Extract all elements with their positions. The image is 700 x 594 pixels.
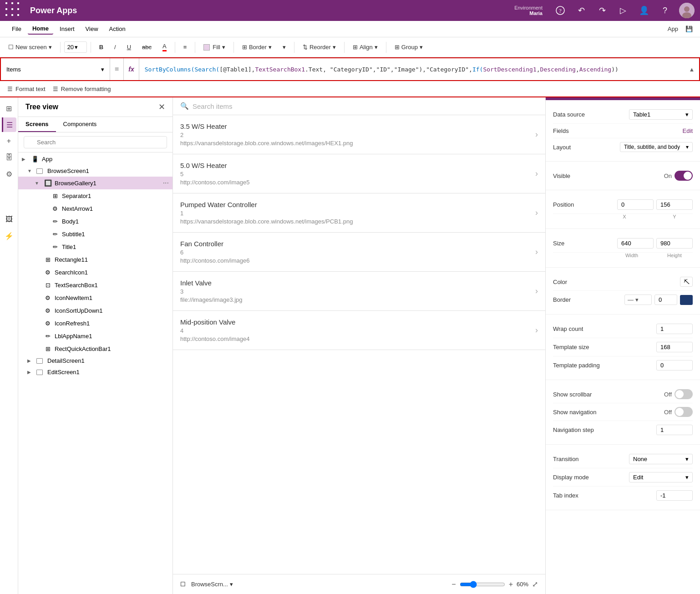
tree-item-browsescreen1[interactable]: ▼ BrowseScreen1 — [18, 165, 172, 177]
visible-toggle[interactable] — [675, 171, 693, 181]
navigation-toggle[interactable] — [675, 407, 693, 417]
template-padding-input[interactable] — [656, 360, 693, 371]
tree-item-rectangle11[interactable]: ⊞ Rectangle11 — [18, 253, 172, 266]
size-height-input[interactable] — [656, 238, 693, 249]
italic-button[interactable]: / — [110, 42, 121, 52]
align-button[interactable]: ≡ — [179, 42, 192, 52]
gallery-item-3[interactable]: Fan Controller 6 http://contoso.com/imag… — [173, 233, 545, 272]
more-options-icon[interactable]: ··· — [163, 179, 169, 187]
strikethrough-button[interactable]: abc — [137, 42, 156, 52]
props-datasource-dropdown[interactable]: Table1 ▾ — [629, 109, 693, 120]
tree-item-rectquickactionbar1[interactable]: ⊞ RectQuickActionBar1 — [18, 342, 172, 355]
props-layout-dropdown[interactable]: Title, subtitle, and body ▾ — [620, 142, 693, 152]
gallery-item-1[interactable]: 5.0 W/S Heater 5 http://contoso.com/imag… — [173, 154, 545, 193]
font-color-button[interactable]: A — [158, 41, 171, 53]
tree-item-iconnewitem1[interactable]: ⚙ IconNewItem1 — [18, 291, 172, 304]
tree-item-textsearchbox1[interactable]: ⊡ TextSearchBox1 — [18, 279, 172, 291]
zoom-out-button[interactable]: − — [451, 580, 456, 589]
bold-button[interactable]: B — [95, 42, 108, 52]
fields-edit-button[interactable]: Edit — [683, 127, 693, 134]
user-icon[interactable]: 👤 — [637, 4, 651, 17]
menu-view[interactable]: View — [81, 24, 103, 34]
formula-text-textsearch: TextSearchBox1 — [255, 66, 305, 73]
tab-components[interactable]: Components — [56, 117, 104, 132]
tree-item-separator1[interactable]: ⊞ Separator1 — [18, 189, 172, 202]
left-icon-var[interactable]: ⚙ — [2, 167, 16, 181]
props-transition-dropdown[interactable]: None ▾ — [629, 454, 693, 464]
left-icon-media[interactable]: 🖼 — [2, 212, 16, 227]
tab-screens[interactable]: Screens — [18, 117, 56, 132]
tab-index-input[interactable] — [656, 490, 693, 501]
format-text-button[interactable]: ☰ Format text — [7, 86, 46, 92]
formula-fx-button[interactable]: fx — [124, 58, 139, 80]
border-style-dropdown[interactable]: —▾ — [624, 294, 652, 305]
new-screen-button[interactable]: ☐ New screen ▾ — [4, 42, 56, 52]
gallery-item-5[interactable]: Mid-position Valve 4 http://contoso.com/… — [173, 311, 545, 350]
menu-home[interactable]: Home — [28, 23, 53, 35]
more-button[interactable]: ▾ — [278, 42, 290, 52]
left-icon-connect[interactable]: ⚡ — [2, 228, 16, 243]
size-width-input[interactable] — [617, 238, 654, 249]
border-width-input[interactable] — [654, 294, 677, 305]
reorder-button[interactable]: ⇅ Reorder ▾ — [298, 42, 340, 52]
play-icon[interactable]: ▷ — [616, 4, 630, 17]
tree-item-searchicon1[interactable]: ⚙ SearchIcon1 — [18, 266, 172, 279]
menu-insert[interactable]: Insert — [55, 24, 79, 34]
wrap-count-input[interactable] — [656, 324, 693, 334]
gallery-item-2[interactable]: Pumped Water Controller 1 https://vanars… — [173, 193, 545, 233]
zoom-in-button[interactable]: + — [509, 580, 513, 589]
position-x-input[interactable] — [617, 199, 654, 210]
tree-label-searchicon1: SearchIcon1 — [55, 269, 88, 276]
left-icon-plus[interactable]: + — [2, 134, 16, 148]
props-displaymode-dropdown[interactable]: Edit ▾ — [629, 472, 693, 482]
menu-file[interactable]: File — [7, 24, 26, 34]
tree-item-app[interactable]: ▶ 📱 App — [18, 152, 172, 165]
avatar[interactable] — [679, 3, 695, 18]
app-grid-icon[interactable] — [5, 2, 22, 19]
gallery-bottom-bar: ☐ BrowseScrn... ▾ − + 60% ⤢ — [173, 574, 545, 594]
template-size-input[interactable] — [656, 342, 693, 352]
tree-item-iconsortupdown1[interactable]: ⚙ IconSortUpDown1 — [18, 304, 172, 317]
zoom-slider[interactable] — [460, 581, 505, 588]
tree-item-nextarrow1[interactable]: ⚙ NextArrow1 — [18, 202, 172, 215]
tree-item-browsegallery1[interactable]: ▼ 🔲 BrowseGallery1 ··· — [18, 177, 172, 189]
formula-collapse-button[interactable]: ▲ — [685, 58, 699, 80]
props-label-color: Color — [553, 279, 680, 285]
expand-button[interactable]: ⤢ — [532, 580, 538, 589]
gallery-item-4[interactable]: Inlet Valve 3 file://images/image3.jpg › — [173, 272, 545, 311]
undo-icon[interactable]: ↶ — [574, 4, 588, 17]
tree-item-iconrefresh1[interactable]: ⚙ IconRefresh1 — [18, 317, 172, 330]
formula-property[interactable]: Items ▾ — [1, 58, 110, 80]
props-row-templatepadding: Template padding — [553, 356, 693, 374]
tree-item-lblappname1[interactable]: ✏ LblAppName1 — [18, 330, 172, 342]
tree-search-input[interactable] — [24, 136, 167, 148]
sort-icon: ⚙ — [44, 306, 52, 315]
underline-button[interactable]: U — [122, 42, 136, 52]
tree-item-subtitle1[interactable]: ✏ Subtitle1 — [18, 228, 172, 240]
help-icon[interactable]: ? — [553, 4, 567, 17]
color-picker-button[interactable]: ⛏ — [680, 277, 693, 287]
formula-expression[interactable]: SortByColumns(Search([@Table1], TextSear… — [139, 58, 685, 80]
tree-item-body1[interactable]: ✏ Body1 — [18, 215, 172, 228]
gallery-item-0[interactable]: 3.5 W/S Heater 2 https://vanarsdelstorag… — [173, 115, 545, 154]
scrollbar-toggle[interactable] — [675, 389, 693, 399]
menu-action[interactable]: Action — [105, 24, 130, 34]
tree-item-title1[interactable]: ✏ Title1 — [18, 240, 172, 253]
remove-formatting-button[interactable]: ☰ Remove formatting — [53, 86, 111, 92]
align-menu-button[interactable]: ⊞ Align ▾ — [348, 42, 382, 52]
left-icon-grid[interactable]: ⊞ — [2, 101, 16, 116]
tree-item-detailscreen1[interactable]: ▶ DetailScreen1 — [18, 355, 172, 366]
font-size-dropdown[interactable]: 20 ▾ — [64, 41, 87, 53]
tree-item-editscreen1[interactable]: ▶ EditScreen1 — [18, 366, 172, 378]
redo-icon[interactable]: ↷ — [595, 4, 609, 17]
border-color-swatch[interactable] — [680, 295, 693, 305]
tree-close-button[interactable]: ✕ — [158, 102, 165, 112]
left-icon-tree[interactable]: ☰ — [2, 117, 16, 132]
border-button[interactable]: ⊞ Border ▾ — [238, 42, 276, 52]
fill-button[interactable]: Fill ▾ — [199, 42, 230, 52]
group-button[interactable]: ⊞ Group ▾ — [390, 42, 427, 52]
nav-step-input[interactable] — [656, 425, 693, 435]
question-icon[interactable]: ? — [658, 4, 672, 17]
left-icon-data[interactable]: 🗄 — [2, 150, 16, 165]
position-y-input[interactable] — [656, 199, 693, 210]
